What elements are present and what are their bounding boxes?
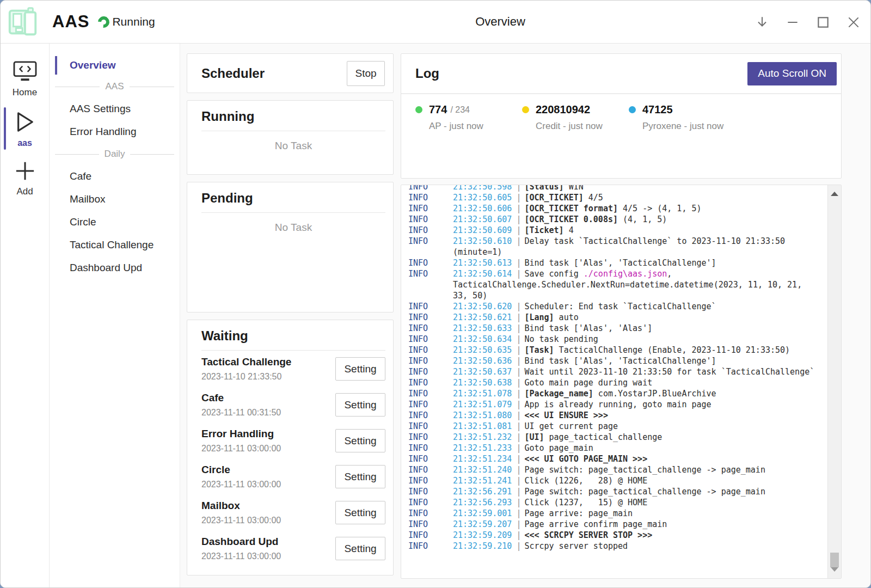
log-level: INFO xyxy=(408,377,428,388)
nav-item-mailbox[interactable]: Mailbox xyxy=(50,188,180,211)
log-separator: | xyxy=(516,476,521,486)
waiting-row-dashboard-upd: Dashboard Upd2023-11-11 03:00:00Setting xyxy=(201,530,385,566)
rail-label-home: Home xyxy=(13,87,37,98)
rail-item-aas[interactable]: aas xyxy=(1,105,49,155)
log-message-part: No task pending xyxy=(524,334,598,344)
log-message-part: Wait until 2023-11-10 21:33:50 for task … xyxy=(524,367,814,377)
log-timestamp: 21:32:51.233 xyxy=(453,443,512,453)
setting-button-tactical-challenge[interactable]: Setting xyxy=(335,357,385,381)
stop-button[interactable]: Stop xyxy=(347,61,385,86)
scroll-down-icon[interactable] xyxy=(831,567,838,572)
log-message-part: [Status] xyxy=(524,185,563,192)
waiting-row-cafe: Cafe2023-11-11 00:31:50Setting xyxy=(201,387,385,422)
icon-rail: Home aas Add xyxy=(1,44,50,588)
log-separator: | xyxy=(516,356,521,366)
log-separator: | xyxy=(516,411,521,420)
log-timestamp: 21:32:50.614 xyxy=(453,269,512,279)
log-message-part: 4/5 xyxy=(584,193,603,203)
auto-scroll-button[interactable]: Auto Scroll ON xyxy=(747,62,837,85)
maximize-icon[interactable] xyxy=(816,15,830,29)
rail-item-home[interactable]: Home xyxy=(1,55,49,105)
log-message-part: Goto page_main xyxy=(524,443,593,453)
log-line: INFO21:32:51.078|[Package_name] com.Yost… xyxy=(408,388,821,399)
log-message-part: Page switch: page_tactical_challenge -> … xyxy=(524,487,765,497)
stat-pyroxene: 47125Pyroxene - just now xyxy=(629,103,735,132)
waiting-task-info: Cafe2023-11-11 00:31:50 xyxy=(201,392,281,418)
stat-top: 220810942 xyxy=(522,103,629,116)
update-download-icon[interactable] xyxy=(755,15,769,29)
log-message-part: [Task] xyxy=(524,345,554,355)
scrollbar-thumb[interactable] xyxy=(830,553,839,567)
log-column: Log Auto Scroll ON 774/ 234AP - just now… xyxy=(401,53,842,586)
log-level: INFO xyxy=(408,203,428,214)
log-timestamp: 21:32:50.609 xyxy=(453,225,512,235)
log-message-part: Click (1237, 15) @ HOME xyxy=(524,498,647,507)
log-line: INFO21:32:50.634|No task pending xyxy=(408,334,821,345)
scroll-up-icon[interactable] xyxy=(831,192,838,196)
log-separator: | xyxy=(516,334,521,344)
log-timestamp: 21:32:51.081 xyxy=(453,421,512,431)
log-timestamp: 21:32:56.291 xyxy=(453,487,512,497)
log-message-part: [UI] xyxy=(524,432,544,442)
waiting-task-info: Tactical Challenge2023-11-10 21:33:50 xyxy=(201,356,291,382)
running-card: Running No Task xyxy=(187,100,394,175)
nav-item-cafe[interactable]: Cafe xyxy=(50,165,180,188)
stat-top: 47125 xyxy=(629,103,735,116)
waiting-task-info: Circle2023-11-11 03:00:00 xyxy=(201,464,281,489)
log-level: INFO xyxy=(408,312,428,323)
nav-item-error-handling[interactable]: Error Handling xyxy=(50,120,180,143)
log-line: INFO21:32:51.232|[UI] page_tactical_chal… xyxy=(408,432,821,443)
log-separator: | xyxy=(516,519,521,529)
log-level: INFO xyxy=(408,443,428,454)
log-separator: | xyxy=(516,378,521,388)
close-icon[interactable] xyxy=(847,15,861,29)
log-lines: INFO21:32:50.598|[Status] WININFO21:32:5… xyxy=(401,185,827,552)
stat-value: 47125 xyxy=(642,103,673,116)
log-stats: 774/ 234AP - just now220810942Credit - j… xyxy=(401,94,841,132)
nav-item-circle[interactable]: Circle xyxy=(50,211,180,234)
setting-button-cafe[interactable]: Setting xyxy=(335,393,385,416)
log-scrollbar[interactable] xyxy=(827,185,841,578)
log-line: INFO21:32:50.598|[Status] WIN xyxy=(408,185,821,192)
log-message-part: Click (1226, 28) @ HOME xyxy=(524,476,647,486)
log-message-part: [Ticket] xyxy=(524,225,563,235)
log-separator: | xyxy=(516,541,521,551)
log-timestamp: 21:32:50.638 xyxy=(453,378,512,388)
log-level: INFO xyxy=(408,530,428,541)
rail-label-aas: aas xyxy=(17,138,32,148)
log-timestamp: 21:32:51.241 xyxy=(453,476,512,486)
rail-label-add: Add xyxy=(16,186,33,197)
log-line: INFO21:32:51.080|<<< UI ENSURE >>> xyxy=(408,410,821,421)
log-level: INFO xyxy=(408,334,428,345)
setting-button-mailbox[interactable]: Setting xyxy=(335,501,385,524)
log-line: INFO21:32:51.081|UI get current page xyxy=(408,421,821,432)
waiting-task-name: Mailbox xyxy=(201,500,281,512)
log-separator: | xyxy=(516,530,521,540)
log-level: INFO xyxy=(408,225,428,236)
setting-button-dashboard-upd[interactable]: Setting xyxy=(335,537,385,560)
nav-item-dashboard-upd[interactable]: Dashboard Upd xyxy=(50,256,180,279)
log-separator: | xyxy=(516,269,521,279)
log-level: INFO xyxy=(408,497,428,508)
nav-item-overview[interactable]: Overview xyxy=(50,55,180,76)
log-timestamp: 21:32:50.607 xyxy=(453,215,512,224)
setting-button-circle[interactable]: Setting xyxy=(335,465,385,488)
log-timestamp: 21:32:50.613 xyxy=(453,258,512,268)
app-name: AAS xyxy=(52,12,89,32)
log-level: INFO xyxy=(408,345,428,356)
log-separator: | xyxy=(516,421,521,431)
nav-item-aas-settings[interactable]: AAS Settings xyxy=(50,97,180,120)
log-level: INFO xyxy=(408,399,428,410)
log-message-part: Bind task ['Alas', 'TacticalChallenge'] xyxy=(524,356,716,366)
log-line: INFO21:32:51.079|App is already running,… xyxy=(408,399,821,410)
running-title: Running xyxy=(201,109,385,124)
minimize-icon[interactable] xyxy=(786,15,800,29)
setting-button-error-handling[interactable]: Setting xyxy=(335,429,385,452)
stat-dot-icon xyxy=(415,106,422,113)
log-level: INFO xyxy=(408,185,428,192)
rail-item-add[interactable]: Add xyxy=(1,155,49,204)
nav-item-tactical-challenge[interactable]: Tactical Challenge xyxy=(50,234,180,256)
log-message-part: (4, 1, 5) xyxy=(618,215,667,224)
status-label: Running xyxy=(112,15,155,28)
log-separator: | xyxy=(516,258,521,268)
